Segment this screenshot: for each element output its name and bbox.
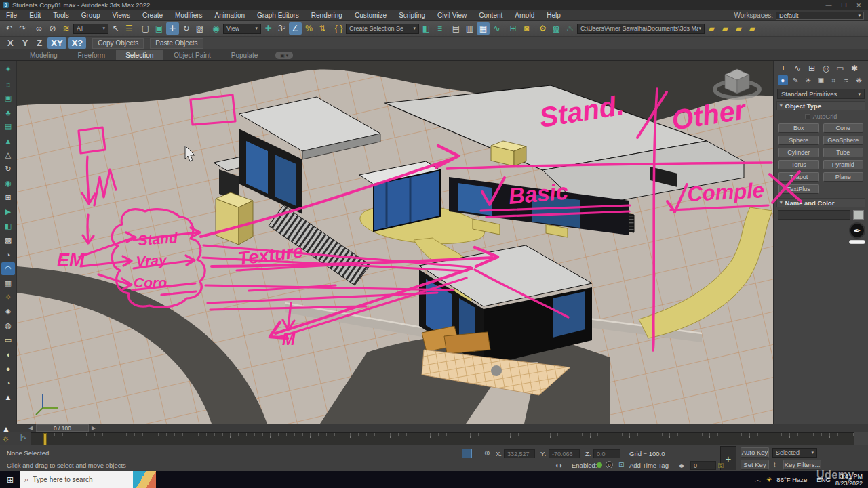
zero-toggle-icon[interactable]: 0 bbox=[606, 461, 613, 468]
ribbon-tab-selection[interactable]: Selection bbox=[116, 50, 163, 60]
create-torus-button[interactable]: Torus bbox=[778, 160, 819, 169]
sub-shapes-icon[interactable]: ✎ bbox=[791, 75, 801, 85]
menu-create[interactable]: Create bbox=[136, 12, 169, 19]
time-tag-icon[interactable]: ⊡ bbox=[618, 461, 624, 468]
tab-motion-icon[interactable]: ◎ bbox=[821, 63, 831, 73]
scene-explorer-icon[interactable]: ▥ bbox=[463, 22, 476, 35]
percent-snap-icon[interactable]: % bbox=[302, 22, 315, 35]
menu-views[interactable]: Views bbox=[106, 12, 137, 19]
axis-x2-button[interactable]: X? bbox=[68, 37, 87, 49]
frame-step-icon[interactable]: ◂▸ bbox=[678, 462, 685, 469]
mirror-icon[interactable]: ◧ bbox=[420, 22, 433, 35]
create-pyramid-button[interactable]: Pyramid bbox=[823, 160, 864, 169]
selection-filter-dropdown[interactable]: All▾ bbox=[73, 24, 108, 34]
set-key-button[interactable]: Set Key bbox=[741, 460, 769, 470]
bind-spacewarp-icon[interactable]: ≋ bbox=[60, 22, 73, 35]
minimize-button[interactable]: — bbox=[825, 2, 831, 9]
taskbar-search[interactable]: ⌕ Type here to search bbox=[20, 471, 156, 488]
autogrid-checkbox[interactable]: AutoGrid bbox=[774, 110, 868, 121]
layer-manager-icon[interactable]: ▤ bbox=[450, 22, 462, 35]
project-folder-icon-2[interactable]: ▰ bbox=[719, 22, 732, 35]
material-circle-icon[interactable]: ● bbox=[1, 362, 15, 375]
start-button[interactable]: ⊞ bbox=[0, 471, 20, 488]
dog-icon[interactable]: ◖◗ bbox=[555, 462, 563, 469]
align-icon[interactable]: ≡ bbox=[433, 22, 446, 35]
menu-file[interactable]: File bbox=[0, 12, 23, 19]
sub-spacewarps-icon[interactable]: ≈ bbox=[842, 75, 852, 85]
create-sphere-button[interactable]: Sphere bbox=[778, 136, 819, 145]
z-coordinate-field[interactable]: 0.0 bbox=[593, 449, 620, 458]
time-slider-handle[interactable] bbox=[43, 433, 47, 445]
play-panel-icon[interactable]: ▶ bbox=[1, 205, 15, 218]
tree-list-icon[interactable]: ▤ bbox=[1, 120, 15, 133]
menu-help[interactable]: Help bbox=[540, 12, 567, 19]
maximize-button[interactable]: ❐ bbox=[841, 2, 846, 9]
object-color-swatch[interactable] bbox=[853, 210, 864, 220]
workspace-dropdown[interactable]: Default▾ bbox=[776, 12, 864, 20]
sub-geometry-icon[interactable]: ● bbox=[778, 75, 788, 85]
tray-chevron-icon[interactable]: ︿ bbox=[755, 475, 762, 485]
rect-selection-icon[interactable]: ▢ bbox=[139, 22, 152, 35]
viewport-3d-scene[interactable] bbox=[17, 61, 773, 424]
menu-scripting[interactable]: Scripting bbox=[393, 12, 431, 19]
next-frame-button[interactable]: ▶ bbox=[92, 425, 96, 431]
loop-icon[interactable]: ↻ bbox=[1, 163, 15, 176]
selection-lock-icon[interactable] bbox=[462, 449, 472, 458]
current-frame-field[interactable]: 0 bbox=[690, 461, 716, 470]
create-plane-button[interactable]: Plane bbox=[823, 172, 864, 182]
placement-icon[interactable]: ◉ bbox=[210, 22, 222, 35]
sun-icon[interactable]: ☼ bbox=[1, 77, 15, 90]
unlink-icon[interactable]: ⊘ bbox=[46, 22, 59, 35]
menu-content[interactable]: Content bbox=[473, 12, 509, 19]
menu-rendering[interactable]: Rendering bbox=[305, 12, 349, 19]
key-icon[interactable]: ⚿ bbox=[718, 462, 724, 470]
weather-text[interactable]: 86°F Haze bbox=[776, 476, 807, 483]
trackbar-curves-icon[interactable]: |∿ bbox=[20, 434, 27, 441]
sphere-object-icon[interactable]: ◉ bbox=[1, 177, 15, 190]
close-button[interactable]: ✕ bbox=[856, 2, 861, 9]
image-icon[interactable]: ▦ bbox=[1, 277, 15, 289]
tab-display-icon[interactable]: ▭ bbox=[835, 63, 846, 73]
sub-systems-icon[interactable]: ❋ bbox=[854, 75, 864, 85]
name-color-rollout[interactable]: ▾Name and Color bbox=[776, 198, 865, 207]
material-cone-icon[interactable]: ▲ bbox=[1, 390, 15, 403]
create-tube-button[interactable]: Tube bbox=[823, 148, 864, 157]
bulb-icon[interactable]: ✧ bbox=[1, 291, 15, 304]
absolute-mode-icon[interactable]: ⊕ bbox=[484, 449, 490, 457]
x-coordinate-field[interactable]: 332,527 bbox=[504, 449, 535, 458]
search-highlight-image[interactable] bbox=[133, 471, 156, 488]
rotate-icon[interactable]: ↻ bbox=[180, 22, 193, 35]
ribbon-tab-modeling[interactable]: Modeling bbox=[20, 50, 67, 60]
snap-toggle-icon[interactable]: 3ᵓ bbox=[275, 22, 288, 35]
material-teapot-icon[interactable]: ◔ bbox=[1, 376, 15, 389]
camera2-icon[interactable]: ◧ bbox=[1, 220, 15, 232]
axis-xy-button[interactable]: XY bbox=[47, 37, 66, 49]
layout-icon[interactable]: ▩ bbox=[1, 234, 15, 247]
select-by-name-icon[interactable]: ☰ bbox=[123, 22, 136, 35]
redo-icon[interactable]: ↷ bbox=[16, 22, 29, 35]
curve-editor-icon[interactable]: ∿ bbox=[490, 22, 503, 35]
menu-edit[interactable]: Edit bbox=[23, 12, 47, 19]
project-folder-icon-1[interactable]: ▰ bbox=[705, 22, 718, 35]
axis-x-button[interactable]: X bbox=[4, 37, 17, 49]
ribbon-tab-freeform[interactable]: Freeform bbox=[68, 50, 115, 60]
paste-objects-button[interactable]: Paste Objects bbox=[150, 38, 203, 49]
grid-add-icon[interactable]: ⊞ bbox=[1, 191, 15, 204]
menu-graph-editors[interactable]: Graph Editors bbox=[251, 12, 305, 19]
tab-utilities-icon[interactable]: ✱ bbox=[849, 63, 860, 73]
key-mode-icon[interactable]: ⌇ bbox=[773, 461, 776, 468]
tree-icon[interactable]: ▲ bbox=[1, 134, 15, 147]
menu-civil-view[interactable]: Civil View bbox=[431, 12, 473, 19]
undo-icon[interactable]: ↶ bbox=[3, 22, 16, 35]
prev-frame-button[interactable]: ◀ bbox=[28, 425, 33, 431]
pen-launcher-icon[interactable]: ✒ bbox=[849, 222, 865, 239]
menu-arnold[interactable]: Arnold bbox=[509, 12, 540, 19]
cone-tool-icon[interactable]: ▲ bbox=[2, 424, 10, 434]
spinner-snap-icon[interactable]: ⇅ bbox=[316, 22, 329, 35]
render-setup-icon[interactable]: ⚙ bbox=[536, 22, 549, 35]
menu-group[interactable]: Group bbox=[75, 12, 106, 19]
tab-modify-icon[interactable]: ∿ bbox=[792, 63, 803, 73]
object-type-rollout[interactable]: ▾Object Type bbox=[776, 101, 865, 110]
primitives-category-dropdown[interactable]: Standard Primitives▾ bbox=[777, 89, 865, 99]
y-coordinate-field[interactable]: -70.066 bbox=[549, 449, 580, 458]
